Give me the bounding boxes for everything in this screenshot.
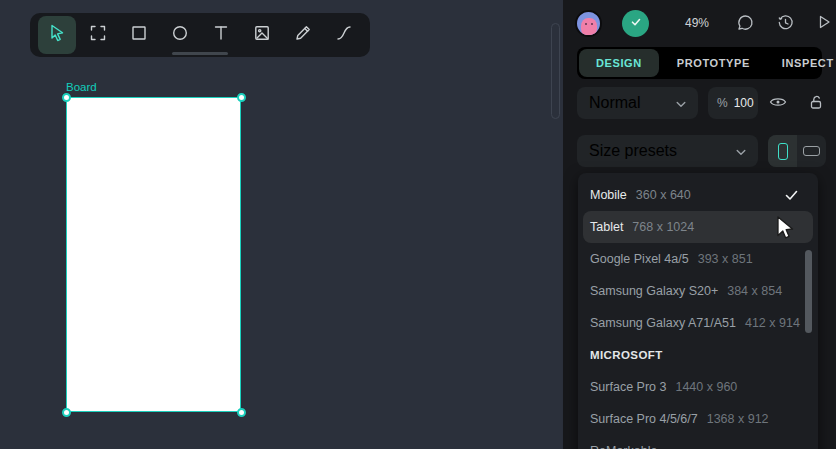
preset-item-galaxy-s20[interactable]: Samsung Galaxy S20+ 384 x 854 <box>578 275 818 307</box>
landscape-phone-icon <box>803 146 820 156</box>
tool-board-button[interactable] <box>79 16 117 54</box>
rectangle-icon <box>130 24 148 46</box>
blend-mode-value: Normal <box>589 94 641 112</box>
play-triangle-icon <box>815 13 833 35</box>
tool-rectangle-button[interactable] <box>120 16 158 54</box>
selection-handle-bottom-left[interactable] <box>62 408 71 417</box>
selection-handle-bottom-right[interactable] <box>237 408 246 417</box>
chevron-down-icon <box>676 94 686 112</box>
visibility-toggle-button[interactable] <box>766 92 790 116</box>
tool-pencil-button[interactable] <box>284 16 322 54</box>
history-clock-icon <box>776 13 795 36</box>
preset-item-galaxy-a71[interactable]: Samsung Galaxy A71/A51 412 x 914 <box>578 307 818 339</box>
avatar-eye-dot <box>585 23 587 25</box>
tab-inspect[interactable]: INSPECT <box>766 49 836 77</box>
ellipse-icon <box>171 24 189 46</box>
size-presets-select[interactable]: Size presets <box>577 135 758 167</box>
chat-bubble-icon <box>736 13 755 36</box>
orientation-portrait-button[interactable] <box>768 135 797 167</box>
canvas-workspace[interactable]: Board <box>0 0 563 449</box>
preset-item-mobile[interactable]: Mobile 360 x 640 <box>578 179 818 211</box>
cursor-arrow-icon <box>48 24 66 46</box>
preset-item-surface-pro-3[interactable]: Surface Pro 3 1440 x 960 <box>578 371 818 403</box>
board-artboard[interactable] <box>66 97 241 412</box>
size-presets-label: Size presets <box>589 142 677 160</box>
tool-select-button[interactable] <box>38 16 76 54</box>
unlock-open-icon <box>807 93 825 115</box>
lock-toggle-button[interactable] <box>804 92 828 116</box>
right-sidebar: 49% DESIGN PROTOTYPE INSPECT Normal % 10… <box>563 0 836 449</box>
pencil-icon <box>294 24 312 46</box>
opacity-value: 100 <box>734 96 754 110</box>
selected-check-icon <box>785 190 798 201</box>
user-avatar[interactable] <box>575 10 602 37</box>
board-name-label[interactable]: Board <box>66 81 97 93</box>
tools-toolbar <box>30 13 370 57</box>
panel-header: 49% <box>563 0 836 47</box>
orientation-toggle-group <box>768 135 826 167</box>
preset-item-remarkable-partial[interactable]: ReMarkable <box>578 435 818 449</box>
tool-image-button[interactable] <box>243 16 281 54</box>
avatar-illustration <box>581 18 597 36</box>
tab-design[interactable]: DESIGN <box>579 49 659 77</box>
image-icon <box>253 24 271 46</box>
text-icon <box>212 24 230 46</box>
eye-icon <box>768 92 788 116</box>
present-play-button[interactable] <box>813 13 835 35</box>
canvas-vertical-scrollbar[interactable] <box>551 23 560 119</box>
saved-check-button[interactable] <box>622 10 649 37</box>
tool-path-button[interactable] <box>325 16 363 54</box>
orientation-landscape-button[interactable] <box>797 135 826 167</box>
selection-handle-top-right[interactable] <box>237 93 246 102</box>
tool-text-button[interactable] <box>202 16 240 54</box>
preset-section-header-microsoft: MICROSOFT <box>578 339 818 371</box>
zoom-level[interactable]: 49% <box>685 0 709 47</box>
blend-mode-select[interactable]: Normal <box>577 87 698 119</box>
percent-symbol: % <box>717 96 728 110</box>
board-frame-icon <box>89 24 107 46</box>
dropdown-scrollbar-thumb[interactable] <box>805 250 812 333</box>
size-preset-dropdown-menu: Mobile 360 x 640 Tablet 768 x 1024 Googl… <box>578 173 818 449</box>
avatar-eye-dot <box>591 23 593 25</box>
portrait-phone-icon <box>778 143 788 160</box>
history-button[interactable] <box>774 13 796 35</box>
preset-item-surface-pro-4567[interactable]: Surface Pro 4/5/6/7 1368 x 912 <box>578 403 818 435</box>
curve-path-icon <box>335 24 353 46</box>
tool-ellipse-button[interactable] <box>161 16 199 54</box>
tab-prototype[interactable]: PROTOTYPE <box>661 49 766 77</box>
preset-item-google-pixel[interactable]: Google Pixel 4a/5 393 x 851 <box>578 243 818 275</box>
panel-tabbar: DESIGN PROTOTYPE INSPECT <box>577 47 822 79</box>
selection-handle-top-left[interactable] <box>62 93 71 102</box>
preset-item-tablet[interactable]: Tablet 768 x 1024 <box>583 211 813 243</box>
toolbar-drag-handle[interactable] <box>172 52 228 55</box>
check-icon <box>629 15 643 33</box>
comments-button[interactable] <box>734 13 756 35</box>
opacity-input[interactable]: % 100 <box>708 87 758 119</box>
chevron-down-icon <box>736 142 746 160</box>
